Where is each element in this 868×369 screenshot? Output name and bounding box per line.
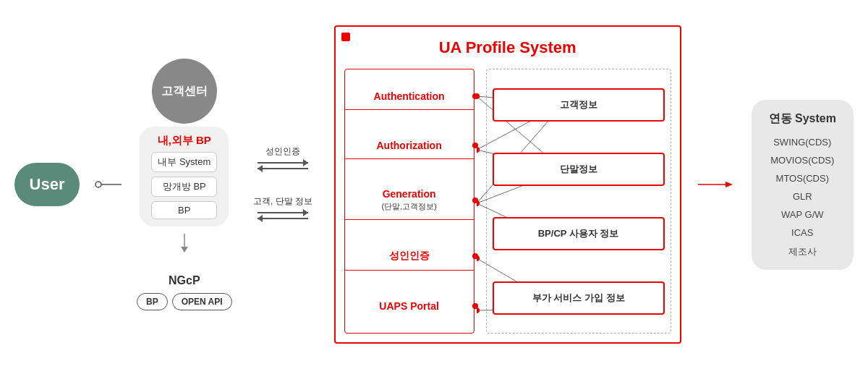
ext-item-5: ICAS: [769, 227, 836, 238]
arrow-label-1: 고객, 단말 정보: [253, 195, 312, 208]
ext-item-6: 제조사: [769, 245, 836, 258]
func-column: Authentication Authorization Generation …: [344, 69, 475, 334]
arrow-lines-0: [258, 159, 308, 174]
func-dot-2: [472, 198, 478, 203]
ext-item-2: MTOS(CDS): [769, 173, 836, 184]
ext-item-0: SWING(CDS): [769, 137, 836, 148]
arrow-head-left-0: [258, 165, 263, 172]
ext-title: 연동 System: [769, 111, 836, 127]
bp-ngcp-column: 고객센터 내,외부 BP 내부 System 망개방 BP BP NGcP BP…: [137, 59, 232, 310]
func-item-2: Generation (단말,고객정보): [345, 181, 474, 220]
svg-point-0: [95, 182, 101, 187]
ua-to-ext-arrow-wrapper: [698, 179, 734, 190]
customer-center-bubble: 고객센터: [152, 59, 217, 124]
arrow-row-1: 고객, 단말 정보: [253, 195, 312, 224]
ext-item-4: WAP G/W: [769, 209, 836, 220]
user-to-bp-connector: [94, 177, 123, 192]
ngcp-label: NGcP: [169, 274, 200, 287]
ext-bubble: 연동 System SWING(CDS) MOVIOS(CDS) MTOS(CD…: [752, 100, 854, 270]
diagram-container: User 고객센터 내,외부 BP 내부 System 망개방 BP BP NG…: [0, 0, 868, 369]
data-column: 고객정보 단말정보 BP/CP 사용자 정보 부가 서비스 가입 정보: [486, 69, 671, 334]
ua-wrap: UA Profile System Authentication Authori…: [334, 25, 681, 344]
ua-system-title: UA Profile System: [439, 38, 576, 57]
ngcp-btn-openapi: OPEN API: [172, 293, 232, 310]
ext-item-3: GLR: [769, 191, 836, 202]
customer-center-label: 고객센터: [161, 84, 208, 99]
arrow-row-0: 성인인증: [253, 145, 312, 174]
arrow-lines-1: [258, 209, 308, 224]
user-box: User: [14, 163, 80, 206]
data-item-2: BP/CP 사용자 정보: [493, 217, 665, 250]
func-item-0: Authentication: [345, 83, 474, 110]
svg-marker-3: [181, 247, 188, 253]
data-item-0: 고객정보: [493, 88, 665, 122]
arrow-label-0: 성인인증: [265, 145, 300, 158]
ngcp-section: NGcP BP OPEN API: [137, 274, 232, 310]
svg-point-14: [477, 147, 480, 153]
ngcp-btn-bp: BP: [137, 293, 168, 310]
func-dot-3: [472, 253, 478, 259]
user-label: User: [30, 175, 65, 194]
ext-item-1: MOVIOS(CDS): [769, 155, 836, 166]
svg-marker-23: [726, 182, 733, 187]
func-item-1: Authorization: [345, 132, 474, 159]
data-item-3: 부가 서비스 가입 정보: [493, 281, 665, 315]
bp-to-ngcp-arrow: [174, 234, 195, 255]
bp-item-2: BP: [151, 201, 217, 219]
arrow-head-left-1: [258, 215, 263, 222]
bp-title: 내,외부 BP: [158, 134, 211, 148]
arrow-head-right-0: [303, 159, 308, 166]
ua-system: UA Profile System Authentication Authori…: [334, 25, 681, 344]
svg-point-17: [477, 308, 480, 313]
ua-to-ext-arrow-svg: [698, 179, 734, 190]
func-item-4: UAPS Portal: [345, 293, 474, 319]
arrow-head-right-1: [303, 209, 308, 216]
data-item-1: 단말정보: [493, 153, 665, 186]
external-section: 연동 System SWING(CDS) MOVIOS(CDS) MTOS(CD…: [752, 100, 854, 270]
user-section: User: [14, 163, 80, 206]
bp-item-0: 내부 System: [151, 152, 217, 172]
ua-content: Authentication Authorization Generation …: [344, 69, 671, 334]
bp-inner-box: 내,외부 BP 내부 System 망개방 BP BP: [140, 127, 229, 226]
ngcp-buttons: BP OPEN API: [137, 293, 232, 310]
func-dot-0: [472, 93, 478, 99]
bp-full: 고객센터 내,외부 BP 내부 System 망개방 BP BP: [140, 59, 229, 226]
ua-red-dot: [341, 33, 350, 41]
func-item-3: 성인인증: [345, 242, 474, 271]
func-dot-4: [472, 303, 478, 309]
func-dot-1: [472, 143, 478, 148]
arrow-wrapper: 성인인증 고객, 단말 정보: [253, 145, 312, 224]
bp-item-1: 망개방 BP: [151, 177, 217, 197]
